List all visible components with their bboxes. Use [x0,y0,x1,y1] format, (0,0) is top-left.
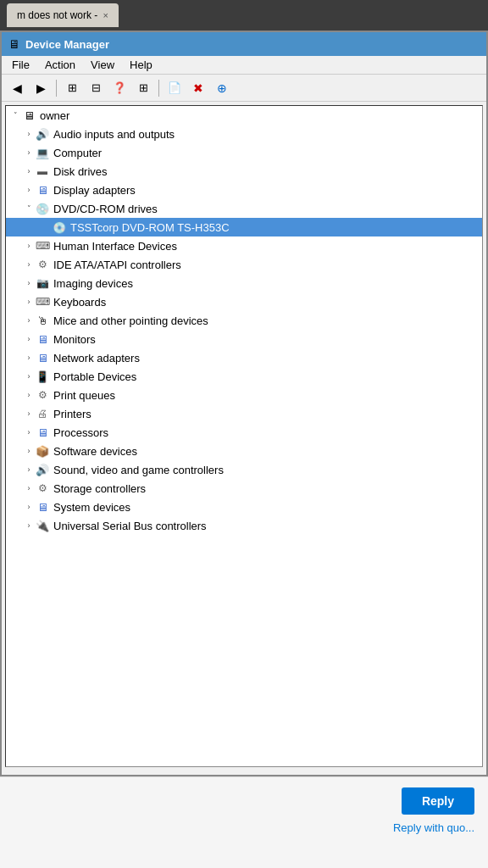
tree-item-monitors[interactable]: › 🖥 Monitors [6,330,482,348]
menu-help[interactable]: Help [123,57,159,73]
toolbar: ◀ ▶ ⊞ ⊟ ❓ ⊞ 📄 ✖ ⊕ [2,75,486,102]
root-label: owner [40,109,69,122]
tree-item-usb[interactable]: › 🔌 Universal Serial Bus controllers [6,516,482,535]
printq-expand-arrow: › [23,389,35,401]
display-label: Display adapters [53,184,136,197]
toolbar-separator-2 [158,80,159,97]
display-button[interactable]: ⊞ [133,78,153,98]
monitors-expand-arrow: › [23,333,35,345]
tree-item-printq[interactable]: › ⚙ Print queues [6,386,482,404]
tree-item-hid[interactable]: › ⌨ Human Interface Devices [6,236,482,255]
imaging-expand-arrow: › [23,277,35,289]
sound-expand-arrow: › [23,464,35,476]
forward-button[interactable]: ▶ [30,78,51,98]
processors-label: Processors [53,426,108,439]
audio-expand-arrow: › [23,128,35,140]
audio-icon: 🔊 [35,126,50,142]
usb-icon: 🔌 [35,518,50,533]
tree-item-sound[interactable]: › 🔊 Sound, video and game controllers [6,460,482,479]
device-manager-window: 🖥 Device Manager File Action View Help ◀… [0,31,488,776]
tree-item-portable[interactable]: › 📱 Portable Devices [6,367,482,386]
tree-item-ide[interactable]: › ⚙ IDE ATA/ATAPI controllers [6,255,482,274]
tree-item-imaging[interactable]: › 📷 Imaging devices [6,274,482,292]
tree-item-display[interactable]: › 🖥 Display adapters [6,181,482,199]
root-icon: 🖥 [21,108,36,123]
tree-item-storage[interactable]: › ⚙ Storage controllers [6,479,482,498]
storage-expand-arrow: › [23,482,35,494]
mice-icon: 🖱 [35,313,50,328]
tab-bar: m does not work - × [0,0,488,31]
network-expand-arrow: › [23,352,35,364]
tree-item-software[interactable]: › 📦 Software devices [6,442,482,460]
tree-item-system[interactable]: › 🖥 System devices [6,498,482,516]
printq-icon: ⚙ [35,387,50,403]
tree-item-audio[interactable]: › 🔊 Audio inputs and outputs [6,125,482,143]
portable-expand-arrow: › [23,370,35,382]
computer-label: Computer [53,147,102,159]
menu-view[interactable]: View [84,57,121,73]
uninstall-button[interactable]: ✖ [188,78,208,98]
storage-label: Storage controllers [53,482,146,495]
disk-expand-arrow: › [23,165,35,177]
tree-item-dvd[interactable]: ˅ 💿 DVD/CD-ROM drives [6,199,482,218]
keyboards-expand-arrow: › [23,296,35,308]
tree-root[interactable]: ˅ 🖥 owner [6,106,482,125]
tree-item-tsstcorp[interactable]: 💿 TSSTcorp DVD-ROM TS-H353C [6,218,482,236]
window-title: Device Manager [25,38,480,51]
hid-icon: ⌨ [35,238,50,253]
software-label: Software devices [53,445,137,458]
tree-item-mice[interactable]: › 🖱 Mice and other pointing devices [6,311,482,330]
tree-item-computer[interactable]: › 💻 Computer [6,143,482,162]
tree-item-printers[interactable]: › 🖨 Printers [6,404,482,423]
tab-close-button[interactable]: × [103,10,108,20]
printers-icon: 🖨 [35,406,50,421]
reply-area: Reply Reply with quo... [0,776,488,868]
menu-file[interactable]: File [5,57,36,73]
back-button[interactable]: ◀ [7,78,27,98]
tsstcorp-expand-arrow [40,221,52,233]
reply-button[interactable]: Reply [402,787,474,815]
ide-label: IDE ATA/ATAPI controllers [53,259,181,271]
device-tree-panel[interactable]: ˅ 🖥 owner › 🔊 Audio inputs and outputs ›… [5,105,483,767]
tree-item-network[interactable]: › 🖥 Network adapters [6,348,482,367]
monitors-icon: 🖥 [35,331,50,347]
tree-item-processors[interactable]: › 🖥 Processors [6,423,482,442]
refresh-button[interactable]: ⊟ [86,78,106,98]
dvd-label: DVD/CD-ROM drives [53,203,158,215]
title-bar: 🖥 Device Manager [2,32,486,56]
tree-item-disk[interactable]: › ▬ Disk drives [6,162,482,181]
keyboards-icon: ⌨ [35,294,50,309]
root-expand-arrow: ˅ [9,109,21,121]
monitors-label: Monitors [53,333,96,346]
help-button[interactable]: ❓ [109,78,130,98]
ide-icon: ⚙ [35,257,50,272]
printq-label: Print queues [53,389,115,402]
network-icon: 🖥 [35,350,50,365]
update-button[interactable]: ⊕ [212,78,232,98]
scan-button[interactable]: 📄 [164,78,185,98]
network-label: Network adapters [53,352,140,364]
display-icon: 🖥 [35,182,50,198]
hid-expand-arrow: › [23,240,35,252]
dvd-expand-arrow: ˅ [23,203,35,214]
portable-icon: 📱 [35,369,50,384]
tab-label: m does not work - [17,9,97,21]
toolbar-separator-1 [56,80,57,97]
tree-item-keyboards[interactable]: › ⌨ Keyboards [6,292,482,311]
menu-action[interactable]: Action [38,57,82,73]
system-icon: 🖥 [35,499,50,515]
disk-icon: ▬ [35,164,50,179]
usb-label: Universal Serial Bus controllers [53,520,207,532]
browser-tab[interactable]: m does not work - × [7,3,119,27]
printers-expand-arrow: › [23,408,35,420]
menu-bar: File Action View Help [2,56,486,75]
system-expand-arrow: › [23,501,35,513]
properties-button[interactable]: ⊞ [62,78,82,98]
printers-label: Printers [53,408,92,420]
reply-with-quote-button[interactable]: Reply with quo... [393,821,474,834]
storage-icon: ⚙ [35,481,50,496]
dvd-icon: 💿 [35,201,50,216]
tsstcorp-label: TSSTcorp DVD-ROM TS-H353C [70,221,230,234]
keyboards-label: Keyboards [53,296,106,309]
portable-label: Portable Devices [53,370,136,383]
